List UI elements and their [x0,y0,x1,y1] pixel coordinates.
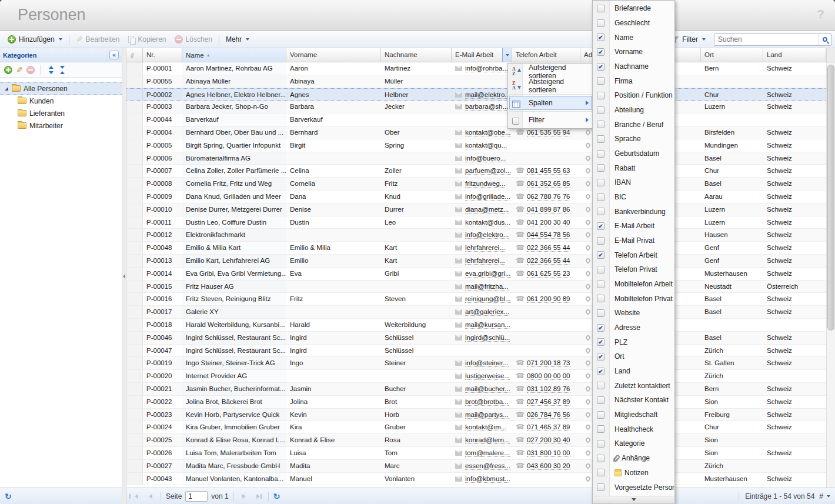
edit-category-button[interactable] [16,65,23,75]
first-page-button[interactable] [131,491,142,502]
expand-all-icon[interactable] [47,66,55,74]
location-pin-icon[interactable] [584,360,591,366]
email-link[interactable]: info@steiner... [465,359,509,367]
help-icon[interactable]: ? [817,7,824,21]
checkbox-unchecked[interactable] [597,121,604,128]
delete-category-button[interactable] [26,66,35,74]
email-link[interactable]: info@elektro... [465,231,509,239]
email-link[interactable]: reinigung@bl... [465,295,511,303]
table-row[interactable]: P-00016Fritz Steven, Reinigung BlitzFrit… [126,293,835,306]
checkbox-unchecked[interactable] [597,193,604,201]
location-pin-icon[interactable] [584,449,591,456]
phone-link[interactable]: 061 625 55 23 [527,270,570,278]
column-list-item[interactable]: Mitgliedschaft [593,408,674,422]
location-pin-icon[interactable] [584,283,591,289]
phone-link[interactable]: 041 899 87 86 [527,206,570,213]
table-row[interactable]: P-00009Dana Knud, Grilladen und MeerDana… [126,191,835,203]
prev-page-button[interactable] [145,491,156,502]
tree-item-mitarbeiter[interactable]: Mitarbeiter [0,119,122,132]
phone-link[interactable]: 031 800 10 00 [527,449,570,457]
location-pin-icon[interactable] [584,244,591,251]
location-pin-icon[interactable] [584,385,591,392]
column-list-item[interactable]: BIC [593,190,674,205]
location-pin-icon[interactable] [584,347,591,353]
table-row[interactable]: P-00005Birgit Spring, Quartier Infopunkt… [126,139,835,152]
phone-link[interactable]: 022 366 55 44 [527,244,570,252]
email-link[interactable]: barbara@sh... [465,103,508,111]
column-list-item[interactable]: Vorgesetzte Person [593,480,674,495]
email-link[interactable]: lehrfahrerei... [465,244,505,252]
location-pin-icon[interactable] [584,129,591,135]
menu-item-sort-ascending[interactable]: AZ Aufsteigend sortieren [509,65,592,79]
email-link[interactable]: mail@kursan... [465,321,510,329]
column-list-item[interactable]: Healthcheck [593,422,674,436]
column-list-item[interactable]: Mobiltelefon Privat [593,291,674,306]
column-list-item[interactable]: Kategorie [593,436,674,451]
table-row[interactable]: P-00015Fritz Hauser AGmail@fritzha...Neu… [126,281,835,293]
column-header-nr[interactable]: Nr. [143,48,182,62]
location-pin-icon[interactable] [584,193,591,199]
checkbox-unchecked[interactable] [597,106,604,114]
checkbox-checked[interactable] [597,34,604,41]
column-list-item[interactable]: Name [593,30,674,45]
email-link[interactable]: kontakt@dus... [465,219,510,226]
table-row[interactable]: P-00014Eva Gribi, Eva Gribi Vermietung..… [126,268,835,281]
checkbox-unchecked[interactable] [597,455,604,462]
checkbox-unchecked[interactable] [597,266,604,273]
email-link[interactable]: fritzundweg... [465,180,505,188]
email-link[interactable]: info@rohrba... [465,65,508,72]
table-row[interactable]: P-00047Ingird Schlüssel, Restaurant Sc..… [126,345,835,358]
table-row[interactable]: P-00025Konrad & Elise Rosa, Konrad L...K… [126,434,835,447]
phone-link[interactable]: 027 200 30 40 [527,436,570,444]
menu-item-filter[interactable]: Filter [509,113,592,127]
email-link[interactable]: art@galeriex... [465,308,509,316]
location-pin-icon[interactable] [584,411,591,418]
phone-link[interactable]: 027 456 37 89 [527,398,570,406]
tree-item-lieferanten[interactable]: Lieferanten [0,107,122,119]
location-pin-icon[interactable] [584,424,591,430]
table-row[interactable]: P-00024Kira Gruber, Immobilien GruberKir… [126,421,835,434]
table-row[interactable]: P-00023Kevin Horb, Partyservice QuickKev… [126,409,835,422]
column-list-item[interactable]: Mobiltelefon Arbeit [593,277,674,292]
refresh-icon[interactable]: ↻ [5,492,12,500]
copy-button[interactable]: Kopieren [124,33,171,46]
delete-button[interactable]: Löschen [171,33,216,46]
table-row[interactable]: P-00044BarverkaufBarverkauf [126,114,835,126]
column-list-item[interactable]: Vorname [593,45,674,59]
email-link[interactable]: eva.gribi@gri... [465,270,511,278]
table-row[interactable]: P-00055Abinaya MüllerAbinayaMüller [126,75,835,88]
tree-item-kunden[interactable]: Kunden [0,95,122,107]
checkbox-unchecked[interactable] [597,92,604,99]
phone-link[interactable]: 026 784 76 56 [527,411,570,419]
column-list-item[interactable]: Firma [593,74,674,88]
phone-link[interactable]: 061 535 55 94 [527,129,570,136]
email-link[interactable]: kontakt@obe... [465,129,511,136]
column-list-item[interactable]: Branche / Beruf [593,117,674,132]
location-pin-icon[interactable] [584,270,591,276]
checkbox-unchecked[interactable] [597,135,604,143]
checkbox-unchecked[interactable] [597,179,604,186]
page-input[interactable] [185,491,208,502]
column-list-item[interactable]: Nächster Kontakt [593,393,674,408]
phone-link[interactable]: 031 102 89 76 [527,385,570,393]
column-list-item[interactable]: E-Mail Privat [593,233,674,248]
checkbox-unchecked[interactable] [597,295,604,302]
page-size-button[interactable]: # [819,492,830,500]
email-link[interactable]: lehrfahrerei... [465,257,505,265]
column-list-item[interactable]: Anhänge [593,451,674,466]
email-link[interactable]: mail@elektro... [465,91,510,99]
checkbox-unchecked[interactable] [597,19,604,27]
phone-link[interactable]: 061 200 90 89 [527,295,570,303]
checkbox-unchecked[interactable] [597,77,604,85]
location-pin-icon[interactable] [584,462,591,469]
checkbox-checked[interactable] [597,251,604,259]
location-pin-icon[interactable] [584,232,591,238]
column-header-email-arbeit[interactable]: E-Mail Arbeit [452,48,512,62]
column-list-item[interactable]: Bankverbindung [593,204,674,219]
table-row[interactable]: P-00012Elektronikfachmarktinfo@elektro..… [126,229,835,242]
email-link[interactable]: info@kbmust... [465,475,510,483]
table-row[interactable]: P-00046Ingird Schlüssel, Restaurant Sc..… [126,332,835,345]
table-row[interactable]: P-00027Madita Marc, Fressbude GmbHMadita… [126,460,835,473]
phone-link[interactable]: 044 554 78 56 [527,231,570,239]
refresh-icon[interactable]: ↻ [273,492,280,500]
